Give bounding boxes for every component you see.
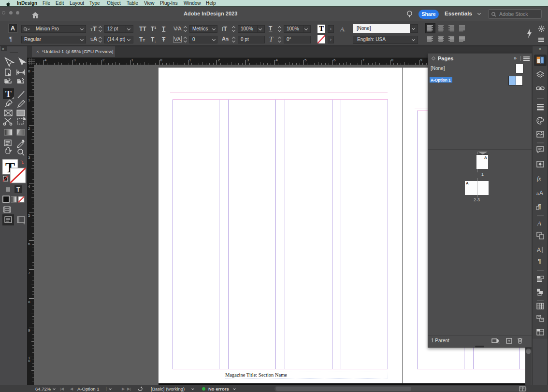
svg-text:fx: fx <box>537 175 541 182</box>
svg-text:A: A <box>537 247 541 253</box>
svg-text:T: T <box>16 186 20 193</box>
svg-text:A: A <box>539 190 543 196</box>
svg-text:¶: ¶ <box>538 257 541 265</box>
svg-text:a: a <box>536 191 539 196</box>
svg-text:«: « <box>2 47 4 51</box>
svg-text:A: A <box>537 220 541 227</box>
svg-text:T: T <box>5 89 12 99</box>
